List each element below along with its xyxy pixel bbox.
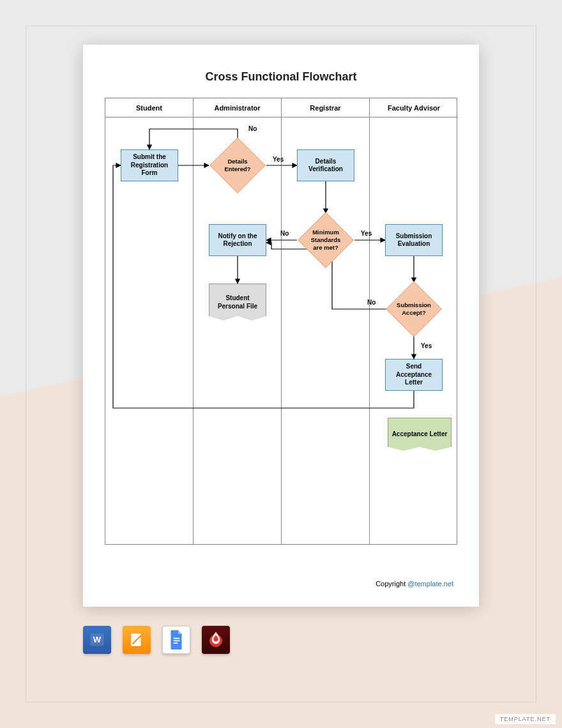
- label-no-3: No: [367, 299, 376, 306]
- lane-header-faculty: Faculty Advisor: [370, 98, 458, 118]
- label-yes-1: Yes: [273, 156, 284, 163]
- node-submission-accept: Submission Accept?: [386, 282, 441, 337]
- copyright-link[interactable]: @template.net: [407, 580, 453, 588]
- node-submit-registration: Submit the Registration Form: [121, 149, 178, 181]
- svg-rect-12: [174, 638, 180, 639]
- copyright-text: Copyright: [376, 580, 407, 588]
- node-min-standards: Minimum Standards are met?: [298, 213, 353, 268]
- copyright: Copyright @template.net: [376, 580, 453, 588]
- watermark: TEMPLATE.NET: [495, 714, 556, 724]
- node-submission-evaluation: Submission Evaluation: [385, 224, 443, 256]
- page-title: Cross Functional Flowchart: [105, 70, 457, 84]
- lane-header-administrator: Administrator: [194, 98, 282, 118]
- lane-header-student: Student: [105, 98, 194, 118]
- node-student-file: Student Personal File: [209, 284, 266, 321]
- label-no-2: No: [280, 230, 289, 237]
- label-yes-2: Yes: [361, 230, 372, 237]
- node-details-verification: Details Verification: [297, 149, 354, 181]
- pages-icon[interactable]: [123, 626, 151, 654]
- document-page: Cross Functional Flowchart Student Admin…: [83, 45, 479, 607]
- word-icon[interactable]: W: [83, 626, 111, 654]
- lane-header-registrar: Registrar: [282, 98, 370, 118]
- pdf-icon[interactable]: [202, 626, 230, 654]
- node-notify-rejection: Notify on the Rejection: [209, 224, 266, 256]
- label-yes-3: Yes: [421, 342, 432, 349]
- format-icons: W: [83, 626, 230, 654]
- lane-body-registrar: [282, 118, 370, 544]
- gdocs-icon[interactable]: [162, 626, 190, 654]
- label-no-1: No: [248, 125, 257, 132]
- lane-body-student: [105, 118, 194, 544]
- node-send-acceptance: Send Acceptance Letter: [385, 359, 443, 391]
- node-acceptance-letter: Acceptance Letter: [388, 418, 452, 451]
- swimlane-chart: Student Administrator Registrar Faculty …: [105, 98, 457, 545]
- svg-rect-13: [174, 641, 180, 642]
- svg-rect-14: [174, 642, 178, 644]
- node-details-entered: Details Entered?: [210, 138, 265, 193]
- svg-text:W: W: [93, 635, 102, 644]
